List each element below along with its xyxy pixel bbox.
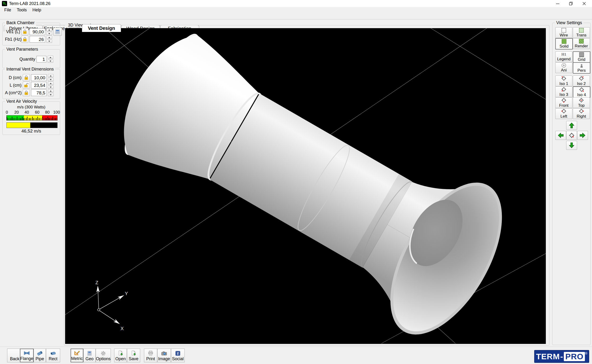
velocity-tick-20: 20: [14, 110, 19, 115]
menu-tools[interactable]: Tools: [14, 7, 30, 13]
internal-vent-dimensions-group: Internal Vent Dimensions D (cm) 10,00 L …: [2, 69, 60, 99]
viewport-canvas[interactable]: Z Y X: [65, 28, 546, 344]
iso1-view-button[interactable]: Iso 1: [555, 76, 572, 86]
velocity-tick-80: 80: [45, 110, 50, 115]
rect-button[interactable]: Rect: [46, 349, 60, 362]
iso2-view-icon: [579, 76, 584, 81]
grid-icon: [579, 52, 584, 57]
l-cm-input[interactable]: 23,54: [31, 82, 47, 89]
tab-vent-design[interactable]: Vent Design: [82, 24, 121, 32]
fb1-label: Fb1 (Hz): [5, 37, 20, 42]
logo-registered-mark: ®: [585, 351, 587, 355]
tab-divider: [0, 19, 592, 20]
d-cm-lock-button[interactable]: [23, 74, 30, 81]
pan-up-button[interactable]: [566, 121, 577, 130]
vb1-lock-button[interactable]: [21, 28, 28, 35]
l-cm-spinner[interactable]: [48, 82, 53, 89]
x-axis-label: X: [120, 326, 124, 331]
pan-down-button[interactable]: [566, 141, 577, 150]
lock-closed-icon: [24, 75, 29, 80]
velocity-tick-40: 40: [25, 110, 29, 115]
vb1-input[interactable]: 90,00: [30, 28, 45, 35]
grid-toggle-button[interactable]: Grid: [573, 51, 590, 63]
wire-toggle-button[interactable]: Wire: [555, 27, 572, 38]
legend-toggle-button[interactable]: H1 Legend: [555, 51, 572, 62]
l-cm-lock-button[interactable]: [23, 82, 30, 89]
right-view-icon: [579, 108, 584, 114]
pan-right-button[interactable]: [577, 131, 588, 140]
vent-air-velocity-group: Vent Air Velocity m/s (300 Watts) 0 20 4…: [2, 101, 60, 135]
image-icon: [161, 351, 167, 356]
vb1-spinner[interactable]: [46, 28, 52, 35]
vb1-calculator-button[interactable]: [53, 28, 62, 36]
options-button[interactable]: Options: [96, 349, 111, 362]
social-button[interactable]: f Social: [171, 349, 185, 362]
title-bar: TL Term-LAB 2021.08.26: [0, 0, 592, 7]
metric-button[interactable]: Metric: [71, 349, 83, 362]
top-view-button[interactable]: Top: [573, 97, 590, 108]
fb1-lock-button[interactable]: [21, 36, 28, 43]
back-chamber-group: Back Chamber Vb1 (L) 90,00: [2, 23, 60, 46]
close-button[interactable]: [578, 0, 591, 7]
left-view-icon: [561, 108, 567, 114]
legend-icon: H1: [561, 52, 566, 57]
app-icon: TL: [2, 1, 7, 6]
iso3-view-button[interactable]: Iso 3: [555, 86, 572, 97]
d-cm-spinner[interactable]: [48, 74, 53, 81]
quantity-spinner[interactable]: [48, 56, 53, 63]
center-view-button[interactable]: [566, 131, 577, 140]
pan-up-icon: [569, 122, 575, 129]
quantity-input[interactable]: 1: [36, 56, 46, 63]
velocity-ruler: [7, 115, 58, 120]
ani-toggle-button[interactable]: Ani: [555, 62, 572, 73]
print-button[interactable]: Print: [144, 349, 157, 362]
left-view-button[interactable]: Left: [555, 108, 572, 119]
fb1-input[interactable]: 26: [30, 36, 45, 43]
pan-left-button[interactable]: [555, 131, 566, 140]
save-button[interactable]: Save: [127, 349, 140, 362]
flange-button[interactable]: Flange: [20, 349, 34, 362]
image-button[interactable]: Image: [157, 349, 171, 362]
restore-button[interactable]: [564, 0, 578, 7]
y-axis-label: Y: [125, 291, 128, 296]
window-title: Term-LAB 2021.08.26: [9, 1, 50, 6]
print-icon: [148, 350, 153, 356]
velocity-value-bar: [7, 122, 58, 128]
trans-toggle-button[interactable]: Trans: [573, 27, 590, 38]
a-cm2-spinner[interactable]: [48, 89, 53, 96]
open-button[interactable]: Open: [114, 349, 127, 362]
svg-text:f: f: [177, 352, 178, 356]
lock-open-icon: [24, 83, 29, 88]
a-cm2-input[interactable]: 78,5: [31, 90, 47, 96]
term-pro-logo: TERM-PRO®: [534, 350, 589, 363]
logo-term-text: TERM: [536, 352, 560, 361]
menu-file[interactable]: File: [1, 7, 14, 13]
render-icon: [579, 39, 584, 44]
menu-help[interactable]: Help: [30, 7, 44, 13]
fb1-spinner[interactable]: [46, 36, 52, 43]
rect-icon: [50, 351, 56, 356]
render-toggle-button[interactable]: Render: [573, 38, 590, 49]
velocity-ruler-minor-ticks: [7, 118, 57, 120]
close-icon: [582, 2, 586, 6]
ani-icon: [561, 63, 566, 68]
iso4-view-button[interactable]: Iso 4: [573, 86, 590, 98]
pan-right-icon: [579, 132, 585, 138]
solid-icon: [562, 39, 566, 44]
velocity-value-label: 46,52 m/s: [3, 129, 60, 134]
iso3-view-icon: [561, 87, 567, 92]
solid-toggle-button[interactable]: Solid: [555, 38, 573, 49]
pipe-button[interactable]: Pipe: [34, 349, 46, 362]
logo-pro-text: PRO: [565, 352, 584, 361]
right-view-button[interactable]: Right: [573, 108, 590, 119]
velocity-tick-60: 60: [35, 110, 39, 115]
viewport-group: 3D Viewport: [64, 25, 549, 345]
minimize-button[interactable]: [551, 0, 564, 7]
a-cm2-lock-button[interactable]: [23, 89, 30, 96]
pers-toggle-button[interactable]: Pers: [573, 62, 590, 74]
geo-button[interactable]: Geo: [83, 349, 96, 362]
iso2-view-button[interactable]: Iso 2: [573, 76, 590, 86]
front-view-button[interactable]: Front: [555, 97, 572, 108]
d-cm-input[interactable]: 10,00: [31, 74, 47, 81]
velocity-tick-0: 0: [6, 110, 8, 115]
